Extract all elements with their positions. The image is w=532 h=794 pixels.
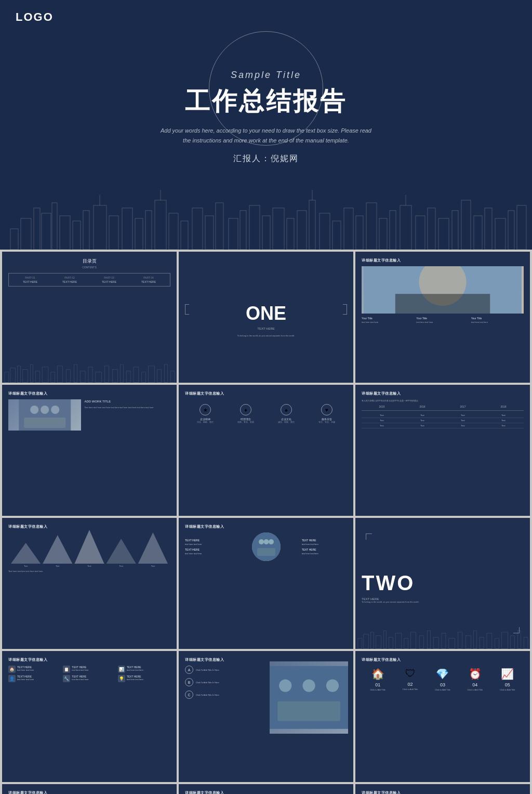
bracket-tl — [366, 533, 372, 540]
svg-rect-68 — [142, 372, 146, 383]
svg-rect-22 — [240, 211, 246, 250]
svg-rect-98 — [442, 633, 446, 649]
mountain-2: Text — [43, 535, 72, 567]
ig-text-1: TEXT HERE text here text here — [17, 666, 34, 672]
svg-rect-69 — [149, 366, 155, 383]
svg-rect-41 — [438, 218, 449, 250]
table-desc: 有人把大多数人的平等比作多元化的平等,这是一种平等的观点 — [362, 399, 524, 402]
svg-point-84 — [269, 539, 274, 544]
svg-rect-28 — [309, 200, 315, 250]
shield-icon-4: ⏰ — [468, 668, 483, 680]
shield-title: 详细标题文字信息输入 — [362, 657, 524, 662]
col-text-3: text here text here — [471, 321, 524, 324]
icon-2: ♦ 经营理念 创新、务实、发展 — [237, 404, 254, 423]
center-right-text-1: text here text here — [302, 543, 347, 545]
toc-title: 目录页 — [8, 258, 170, 265]
abc-text-c: Click To Add Title In Here — [196, 694, 219, 696]
slide-people-hex: 详细标题文字信息输入 TEXT HERE text here text here… — [179, 784, 353, 794]
svg-rect-64 — [112, 370, 117, 383]
table-row-3: Text Text Text Text — [362, 423, 524, 428]
toc-item-3: PART 03 TEXT HERE — [102, 276, 116, 283]
svg-rect-11 — [122, 208, 132, 250]
svg-point-81 — [252, 532, 281, 561]
cell-1-3: Text — [443, 414, 483, 416]
svg-rect-33 — [356, 216, 363, 250]
toc-item-1: PART 01 TEXT HERE — [23, 276, 37, 283]
shield-icon-3: 💎 — [435, 668, 450, 680]
svg-rect-2 — [34, 208, 40, 250]
cell-1-1: Text — [362, 414, 402, 416]
table-row-2: Text Text Text Text — [362, 418, 524, 423]
col-text-2: text here text here — [416, 321, 469, 324]
svg-rect-46 — [495, 218, 506, 250]
col-1: Your Title text here text here — [362, 317, 414, 324]
slide-two: TWO TEXT HERE To belong to the world, as… — [355, 518, 530, 649]
shield-icon-1: 🏠 — [370, 668, 385, 680]
slides-grid: 目录页 CONTENTS PART 01 TEXT HERE PART 02 T… — [0, 250, 532, 794]
ig-desc-4: text here text here — [17, 678, 34, 681]
team-title: 详细标题文字信息输入 — [8, 391, 170, 396]
svg-rect-96 — [427, 631, 430, 649]
one-desc: To belong to the world, as you cannot se… — [237, 334, 295, 337]
icon-circle-2: ♦ — [240, 404, 251, 415]
svg-rect-94 — [411, 632, 416, 649]
slide-four-icons: 详细标题文字信息输入 ★ 企业精神 乐业、奉献、责任 ♦ 经营理念 创新、务实、… — [179, 385, 353, 516]
toc-item-4: PART 04 TEXT HERE — [141, 276, 156, 283]
svg-rect-58 — [66, 370, 71, 383]
hero-content: Sample Title 工作总结报告 Add your words here,… — [157, 70, 375, 164]
shield-num-4: 04 — [468, 682, 483, 687]
col-text-1: text here text here — [362, 321, 414, 324]
svg-rect-30 — [320, 213, 330, 250]
timeline-photos-title: 详细标题文字信息输入 — [8, 790, 170, 794]
shield-label-5: Click to Add Title — [500, 688, 515, 691]
cell-3-1: Text — [362, 424, 402, 427]
abc-text-b: Click To Add Title In Here — [196, 681, 219, 684]
shield-item-3: 💎 03 Click to Add Title — [435, 668, 450, 691]
center-right: TEXT HERE text here text here TEXT HERE … — [302, 539, 347, 555]
svg-rect-3 — [42, 213, 51, 250]
ig-icon-4: 👤 — [8, 675, 16, 682]
center-left: TEXT HERE text here text here TEXT HERE … — [185, 539, 230, 555]
svg-point-82 — [259, 539, 264, 544]
svg-rect-87 — [364, 634, 369, 649]
svg-rect-59 — [74, 365, 77, 383]
shield-icon-5: 📈 — [500, 668, 515, 680]
icons-row: ★ 企业精神 乐业、奉献、责任 ♦ 经营理念 创新、务实、发展 ♠ 企业文化 诚… — [185, 404, 347, 423]
slide-photo-cols: 详细标题文字信息输入 Your Title text here text her… — [355, 252, 530, 383]
icon-sub-3: 诚信、创新、责任 — [278, 421, 295, 423]
shield-icon-2: 🛡 — [403, 668, 418, 680]
slide-abc: 详细标题文字信息输入 A Click To Add Title In Here … — [179, 651, 353, 782]
svg-point-78 — [41, 406, 49, 414]
center-circle-img — [252, 532, 281, 561]
mountain-shape-5 — [138, 532, 168, 564]
mountain-label-4: Text — [119, 565, 123, 567]
svg-rect-108 — [517, 631, 521, 649]
svg-rect-109 — [524, 637, 528, 649]
team-image — [8, 399, 81, 431]
photo-cols-title: 详细标题文字信息输入 — [362, 258, 524, 263]
hero-description: Add your words here, according to your n… — [157, 126, 375, 145]
abc-text-a: Click To Add Title In Here — [196, 669, 219, 671]
icon-circle-1: ★ — [200, 404, 211, 415]
svg-point-79 — [51, 406, 59, 414]
ig-item-4: 👤 TEXT HERE text here text here — [8, 675, 61, 682]
svg-rect-106 — [502, 632, 508, 649]
svg-rect-99 — [449, 639, 455, 649]
part-num-2: PART 02 — [62, 276, 77, 279]
city-skyline — [0, 187, 532, 250]
slide-data-table: 详细标题文字信息输入 有人把大多数人的平等比作多元化的平等,这是一种平等的观点 … — [355, 385, 530, 516]
svg-rect-0 — [10, 229, 18, 250]
part-num-1: PART 01 — [23, 276, 37, 279]
ig-desc-5: text here text here — [72, 678, 88, 681]
icons-grid-title: 详细标题文字信息输入 — [8, 657, 170, 662]
slide-icons-grid: 详细标题文字信息输入 🏠 TEXT HERE text here text he… — [2, 651, 177, 782]
shield-item-2: 🛡 02 Click to Add Title — [403, 668, 418, 691]
svg-rect-61 — [88, 367, 92, 383]
icon-sub-2: 创新、务实、发展 — [237, 421, 254, 423]
table-area: 2015 2016 2017 2018 Text Text Text Text … — [362, 405, 524, 428]
svg-rect-70 — [157, 370, 161, 383]
svg-rect-35 — [379, 218, 387, 250]
shield-num-2: 02 — [403, 682, 418, 687]
shield-num-1: 01 — [370, 682, 385, 687]
year-1: 2015 — [362, 405, 402, 408]
